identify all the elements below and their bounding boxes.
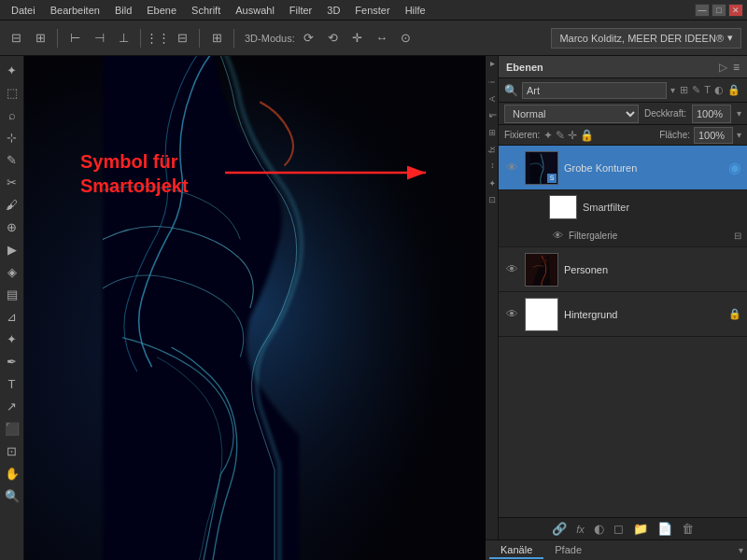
sep-3	[199, 29, 200, 48]
search-icon-edit[interactable]: ✎	[691, 83, 701, 97]
panel-collapse-right-icon[interactable]: ▷	[719, 61, 727, 74]
menu-bild[interactable]: Bild	[107, 3, 139, 18]
tool-3d[interactable]: ⊡	[2, 441, 22, 461]
threed-icon-3[interactable]: ✛	[347, 28, 368, 49]
tool-gradient[interactable]: ▤	[2, 284, 22, 304]
menu-ebene[interactable]: Ebene	[139, 3, 184, 18]
blend-mode-select[interactable]: Normal Multiplizieren Abblenden	[504, 105, 639, 123]
tool-text[interactable]: T	[2, 373, 22, 394]
layer-hintergrund[interactable]: 👁 Hintergrund 🔒	[499, 292, 747, 337]
tool-eyedrop[interactable]: ✎	[2, 149, 22, 170]
tool-icon-5[interactable]: ⊞	[206, 28, 227, 49]
tool-dodge[interactable]: ✦	[2, 329, 22, 349]
tool-shape[interactable]: ⬛	[2, 418, 22, 439]
threed-icon-4[interactable]: ↔	[372, 28, 392, 49]
tab-kanale[interactable]: Kanäle	[489, 542, 543, 559]
user-label: Marco Kolditz, MEER DER IDEEN®	[559, 33, 724, 44]
tool-hand[interactable]: ✋	[2, 463, 22, 483]
layer-bottom-link[interactable]: 🔗	[552, 522, 567, 536]
tool-select[interactable]: ⬚	[2, 82, 22, 103]
search-icon-text[interactable]: T	[703, 83, 712, 97]
threed-icon-1[interactable]: ⟳	[299, 28, 319, 49]
layers-list[interactable]: 👁 S Grobe Konturen ◉	[499, 146, 747, 517]
smart-filter-item[interactable]: Smartfilter	[499, 190, 747, 224]
minimize-button[interactable]: —	[695, 4, 710, 17]
tool-icon-1[interactable]: ⊟	[6, 28, 26, 49]
filter-sub-eye-icon[interactable]: 👁	[553, 230, 563, 241]
layer-bottom-group[interactable]: 📁	[633, 522, 648, 536]
layer-grobe-konturen[interactable]: 👁 S Grobe Konturen ◉	[499, 146, 747, 190]
layer-vis-personen[interactable]: 👁	[504, 262, 519, 277]
tab-pfade[interactable]: Pfade	[543, 542, 593, 559]
tool-icon-3[interactable]: ⋮⋮	[148, 28, 168, 49]
user-selector[interactable]: Marco Kolditz, MEER DER IDEEN® ▾	[551, 28, 741, 49]
tool-clone[interactable]: ⊕	[2, 217, 22, 237]
annotation-arrow	[225, 159, 440, 187]
filter-sub-settings-icon[interactable]: ⊟	[734, 231, 741, 241]
fix-icon-all[interactable]: 🔒	[580, 129, 594, 142]
layer-bottom-new[interactable]: 📄	[657, 522, 672, 536]
search-icon: 🔍	[504, 84, 518, 97]
menu-auswahl[interactable]: Auswahl	[228, 3, 282, 18]
right-panel-inner: ◂ i A ¶ ⊞ fx ↔ ✦ ⊡ Ebenen ▷ ≡	[486, 56, 747, 539]
tool-eraser[interactable]: ◈	[2, 261, 22, 282]
menu-filter[interactable]: Filter	[282, 3, 319, 18]
tool-pen[interactable]: ✒	[2, 351, 22, 371]
layer-bottom-adj[interactable]: ◻	[613, 522, 624, 536]
search-icon-gallery[interactable]: ⊞	[679, 83, 689, 97]
left-toolbox: ✦ ⬚ ⌕ ⊹ ✎ ✂ 🖌 ⊕ ▶ ◈ ▤ ⊿ ✦ ✒ T ↗ ⬛ ⊡ ✋ 🔍	[0, 56, 24, 560]
panel-collapse-icon[interactable]: ◂	[486, 60, 498, 71]
panel-menu-button[interactable]: ≡	[733, 61, 740, 74]
tool-blur[interactable]: ⊿	[2, 306, 22, 327]
smart-filter-name: Smartfilter	[583, 202, 741, 213]
bottom-tab-arrow[interactable]: ▾	[739, 545, 743, 555]
opacity-arrow[interactable]: ▾	[737, 108, 741, 119]
menu-3d[interactable]: 3D	[319, 3, 347, 18]
search-input[interactable]	[522, 82, 667, 99]
opacity-input[interactable]	[692, 105, 731, 123]
search-icon-adj[interactable]: ◐	[713, 83, 725, 97]
maximize-button[interactable]: □	[712, 4, 726, 17]
tool-brush[interactable]: 🖌	[2, 194, 22, 215]
threed-icon-5[interactable]: ⊙	[396, 28, 416, 49]
filter-sub-row[interactable]: 👁 Filtergalerie ⊟	[499, 224, 747, 246]
tool-icon-2[interactable]: ⊞	[30, 28, 50, 49]
tool-path[interactable]: ↗	[2, 396, 22, 416]
layer-vis-grobe[interactable]: 👁	[504, 161, 519, 175]
fix-row: Fixieren: ✦ ✎ ✛ 🔒 Fläche: ▾	[499, 125, 747, 146]
tool-align-3[interactable]: ⊥	[113, 28, 134, 49]
annotation-line1: Symbol für	[80, 151, 177, 172]
tool-lasso[interactable]: ⌕	[2, 105, 22, 125]
tool-move[interactable]: ✦	[2, 60, 22, 80]
flaeche-input[interactable]	[694, 127, 733, 144]
sep-4	[233, 29, 234, 48]
search-dropdown-arrow[interactable]: ▾	[670, 85, 675, 95]
tool-align-1[interactable]: ⊢	[64, 28, 85, 49]
tool-align-2[interactable]: ⊣	[89, 28, 109, 49]
fix-icon-pixel[interactable]: ✦	[543, 129, 553, 142]
tool-heal[interactable]: ✂	[2, 172, 22, 192]
flaeche-arrow[interactable]: ▾	[737, 130, 741, 140]
tool-history[interactable]: ▶	[2, 239, 22, 259]
tool-zoom[interactable]: 🔍	[2, 485, 22, 506]
close-button[interactable]: ✕	[728, 4, 743, 17]
menu-schrift[interactable]: Schrift	[184, 3, 228, 18]
tool-crop[interactable]: ⊹	[2, 127, 22, 147]
layer-vis-hintergrund[interactable]: 👁	[504, 307, 519, 322]
filter-group: Smartfilter 👁 Filtergalerie ⊟	[499, 190, 747, 247]
menu-hilfe[interactable]: Hilfe	[398, 3, 433, 18]
layer-bottom-mask[interactable]: ◐	[594, 522, 604, 536]
threed-icon-2[interactable]: ⟲	[323, 28, 344, 49]
layer-bottom-fx[interactable]: fx	[576, 524, 585, 535]
layer-personen[interactable]: 👁 Personen	[499, 247, 747, 292]
search-icon-lock[interactable]: 🔒	[726, 83, 741, 97]
canvas-area: Symbol für Smartobjekt	[24, 56, 486, 560]
menu-datei[interactable]: Datei	[4, 3, 43, 18]
fix-icon-move[interactable]: ✛	[568, 129, 577, 142]
tool-icon-4[interactable]: ⊟	[172, 28, 192, 49]
menu-bearbeiten[interactable]: Bearbeiten	[43, 3, 107, 18]
layer-bottom-delete[interactable]: 🗑	[682, 522, 694, 536]
fix-icon-paint[interactable]: ✎	[556, 129, 565, 142]
toolbar-right: Marco Kolditz, MEER DER IDEEN® ▾	[551, 28, 741, 49]
menu-fenster[interactable]: Fenster	[347, 3, 397, 18]
